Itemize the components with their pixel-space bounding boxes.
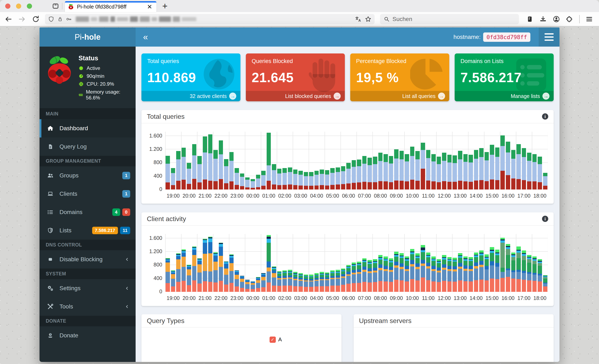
stacked-bar	[325, 273, 329, 292]
info-icon[interactable]: i	[542, 113, 548, 120]
firefox-view-button[interactable]	[51, 1, 60, 11]
account-icon[interactable]	[553, 15, 560, 23]
chart-plot-area[interactable]	[165, 234, 548, 292]
navbar-menu-button[interactable]	[539, 27, 559, 47]
stacked-bar	[213, 252, 218, 292]
back-icon	[4, 15, 12, 23]
stacked-bar	[272, 266, 276, 292]
list-icon	[46, 209, 55, 215]
sidebar-item-clients[interactable]: Clients 1	[40, 185, 136, 203]
stacked-bar	[251, 281, 255, 292]
card-footer-link[interactable]: List blocked queries →	[246, 91, 345, 101]
stacked-bar	[463, 154, 468, 189]
reload-button[interactable]	[30, 14, 41, 25]
bookmark-star-icon[interactable]	[365, 16, 372, 23]
tools-icon	[46, 303, 55, 310]
x-tick: 10:00	[404, 193, 420, 200]
checkbox-checked-icon[interactable]: ✓	[270, 337, 276, 343]
stacked-bar	[384, 257, 388, 292]
sidebar-item-groups[interactable]: Groups 1	[40, 166, 136, 185]
stacked-bar	[245, 280, 250, 292]
x-tick: 15:00	[484, 295, 500, 303]
x-tick: 07:00	[356, 193, 372, 200]
stacked-bar	[394, 252, 398, 292]
status-active-label: Active	[87, 65, 100, 71]
search-input[interactable]	[392, 16, 501, 22]
menu-icon[interactable]	[585, 15, 593, 23]
stacked-bar	[187, 265, 191, 292]
close-window-button[interactable]	[5, 4, 10, 9]
stacked-bar	[538, 259, 542, 292]
stacked-bar	[288, 270, 292, 292]
stacked-bar	[235, 168, 239, 189]
chevron-left-icon	[124, 286, 129, 291]
downloads-icon[interactable]	[539, 15, 547, 23]
pihole-logo[interactable]: Pi-hole	[40, 27, 136, 47]
sidebar-item-query-log[interactable]: Query Log	[40, 137, 136, 156]
sidebar-item-dashboard[interactable]: Dashboard	[40, 119, 136, 137]
arrow-circle-icon: →	[334, 93, 341, 100]
card-domains-on-lists: Domains on Lists 7.586.217 Manage lists …	[455, 53, 554, 101]
stacked-bar	[357, 160, 361, 189]
sidebar-item-lists[interactable]: Lists 7.586.217 11	[40, 221, 136, 240]
sidebar-item-tools[interactable]: Tools	[40, 297, 136, 316]
new-tab-button[interactable]: +	[162, 1, 168, 11]
status-rate-label: 90q/min	[87, 73, 104, 79]
active-tab[interactable]: Pi-hole 0fd38cd798ff ✕	[65, 1, 156, 12]
status-row-rate: 90q/min	[79, 73, 129, 79]
x-tick: 04:00	[309, 193, 325, 200]
toolbar-separator	[579, 15, 580, 23]
stacked-bar	[373, 157, 377, 189]
main-content: Total queries 110.869 32 active clients …	[136, 47, 559, 362]
summary-cards: Total queries 110.869 32 active clients …	[141, 53, 554, 101]
stacked-bar	[320, 272, 324, 292]
client-activity-chart: 04008001.2001.600 19:0020:0021:0022:0023…	[145, 234, 548, 303]
card-footer-link[interactable]: Manage lists →	[455, 91, 554, 101]
sidebar-item-settings[interactable]: Settings	[40, 279, 136, 297]
x-tick: 12:00	[436, 193, 452, 200]
stacked-bar	[203, 239, 207, 292]
stacked-bar	[330, 168, 335, 189]
stacked-bar	[378, 153, 383, 189]
chart-plot-area[interactable]	[165, 132, 548, 189]
sidebar-collapse-button[interactable]: «	[143, 34, 148, 40]
address-bar[interactable]: A	[45, 14, 375, 24]
sidebar-item-label: Tools	[60, 303, 73, 310]
sidebar-item-domains[interactable]: Domains 4 0	[40, 203, 136, 221]
card-footer-label: Manage lists	[511, 93, 540, 99]
stacked-bar	[484, 152, 489, 189]
stacked-bar	[277, 169, 282, 189]
sidebar-item-label: Domains	[60, 209, 82, 215]
status-memory-label: Memory usage: 56.6%	[86, 89, 129, 101]
minimize-window-button[interactable]	[16, 4, 21, 9]
sidebar-item-donate[interactable]: $ Donate	[40, 326, 136, 345]
sidebars-icon[interactable]	[526, 15, 533, 23]
stacked-bar	[458, 253, 462, 292]
x-tick: 00:00	[245, 295, 261, 303]
y-tick: 800	[153, 159, 162, 165]
zoom-window-button[interactable]	[27, 4, 32, 9]
stacked-bar	[511, 252, 516, 292]
x-tick: 23:00	[229, 295, 245, 303]
extensions-icon[interactable]	[566, 15, 573, 23]
info-icon[interactable]: i	[542, 216, 548, 222]
sidebar-item-disable-blocking[interactable]: Disable Blocking	[40, 250, 136, 268]
card-footer-link[interactable]: 32 active clients →	[141, 91, 240, 101]
stacked-bar	[224, 159, 228, 189]
firefox-view-icon	[52, 2, 59, 9]
card-footer-link[interactable]: List all queries →	[350, 91, 449, 101]
back-button[interactable]	[3, 14, 14, 25]
stacked-bar	[362, 156, 367, 189]
card-title: Queries Blocked	[252, 58, 339, 64]
status-circle-icon	[79, 65, 84, 71]
search-bar[interactable]	[380, 14, 519, 24]
status-title: Status	[79, 54, 129, 62]
stacked-bar	[341, 268, 345, 292]
card-percentage-blocked: Percentage Blocked 19,5 % List all queri…	[350, 53, 449, 101]
forward-button[interactable]	[17, 14, 27, 25]
legend-item-a[interactable]: ✓ A	[270, 336, 282, 343]
stacked-bar	[293, 169, 298, 189]
card-value: 110.869	[147, 70, 235, 85]
tab-close-icon[interactable]: ✕	[147, 3, 152, 10]
translate-icon[interactable]: A	[355, 16, 362, 23]
